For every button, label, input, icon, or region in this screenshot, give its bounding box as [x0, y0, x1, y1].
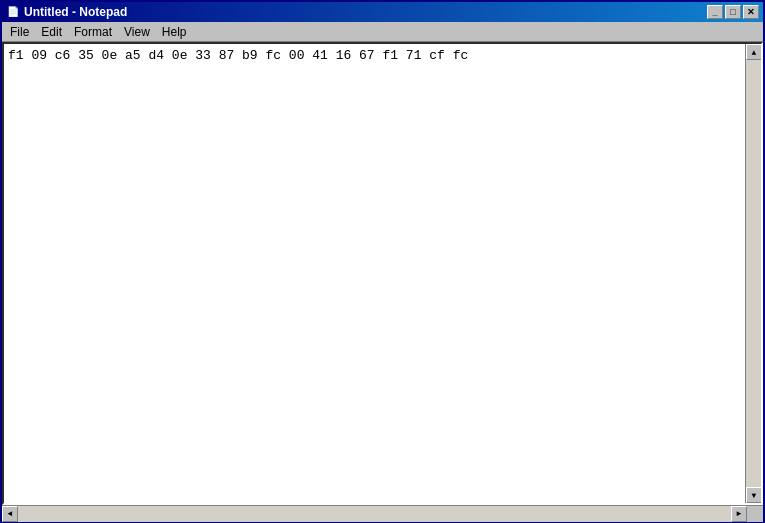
scrollbar-corner: [747, 506, 763, 522]
text-editor[interactable]: [4, 44, 745, 503]
menu-edit[interactable]: Edit: [35, 23, 68, 41]
scroll-up-button[interactable]: ▲: [746, 44, 762, 60]
menu-view[interactable]: View: [118, 23, 156, 41]
menu-bar: File Edit Format View Help: [2, 22, 763, 42]
menu-file[interactable]: File: [4, 23, 35, 41]
window-title: Untitled - Notepad: [24, 5, 127, 19]
maximize-button[interactable]: □: [725, 5, 741, 19]
bottom-bar: ◄ ►: [2, 505, 763, 521]
minimize-button[interactable]: _: [707, 5, 723, 19]
vertical-scrollbar: ▲ ▼: [745, 44, 761, 503]
title-bar-left: 📄 Untitled - Notepad: [6, 5, 127, 19]
title-bar: 📄 Untitled - Notepad _ □ ✕: [2, 2, 763, 22]
menu-format[interactable]: Format: [68, 23, 118, 41]
scroll-right-button[interactable]: ►: [731, 506, 747, 522]
horizontal-scrollbar: ◄ ►: [2, 506, 747, 522]
scroll-track-vertical[interactable]: [746, 60, 761, 487]
scroll-track-horizontal[interactable]: [18, 506, 731, 522]
scroll-down-button[interactable]: ▼: [746, 487, 762, 503]
close-button[interactable]: ✕: [743, 5, 759, 19]
scroll-left-button[interactable]: ◄: [2, 506, 18, 522]
title-bar-buttons: _ □ ✕: [707, 5, 759, 19]
editor-area: ▲ ▼: [2, 42, 763, 505]
notepad-window: 📄 Untitled - Notepad _ □ ✕ File Edit For…: [0, 0, 765, 523]
app-icon: 📄: [6, 5, 20, 19]
menu-help[interactable]: Help: [156, 23, 193, 41]
